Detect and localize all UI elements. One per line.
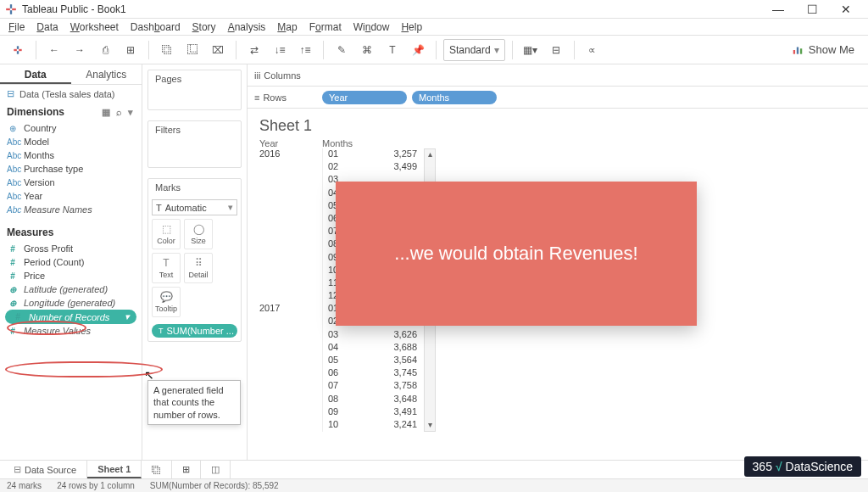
menu-analysis[interactable]: Analysis <box>223 20 271 35</box>
menu-format[interactable]: Format <box>304 20 347 35</box>
svg-rect-2 <box>6 8 10 9</box>
maximize-button[interactable]: ☐ <box>795 3 829 16</box>
menu-story[interactable]: Story <box>187 20 221 35</box>
field-purchase-type[interactable]: AbcPurchase type <box>0 162 142 176</box>
svg-rect-3 <box>12 8 16 9</box>
table-row: 3,241 <box>371 419 422 432</box>
tab-analytics[interactable]: Analytics <box>71 64 142 84</box>
table-row <box>259 213 322 226</box>
menu-help[interactable]: Help <box>396 20 427 35</box>
field-price[interactable]: #Price <box>0 269 142 282</box>
table-row <box>259 406 322 419</box>
table-row: 3,688 <box>371 342 422 355</box>
year-header[interactable]: Year <box>259 138 322 148</box>
fit-dropdown[interactable]: Standard▾ <box>443 39 505 61</box>
menu-worksheet[interactable]: Worksheet <box>65 20 124 35</box>
table-row: 3,491 <box>371 406 422 419</box>
tableau-logo-button[interactable] <box>7 39 29 61</box>
table-row: 01 <box>323 148 371 161</box>
menu-map[interactable]: Map <box>272 20 302 35</box>
pages-header: Pages <box>148 70 241 87</box>
table-row: 03 <box>323 329 371 342</box>
chevron-down-icon: ▾ <box>125 311 130 322</box>
close-button[interactable]: ✕ <box>829 3 863 16</box>
view-icon[interactable]: ▦ <box>102 107 112 117</box>
duplicate-button[interactable]: ⿺ <box>181 39 203 61</box>
save-button[interactable]: ⎙ <box>94 39 116 61</box>
scroll-up-button[interactable]: ▴ <box>425 149 435 160</box>
mark-detail-button[interactable]: ⠿Detail <box>184 253 213 283</box>
row-pill-months[interactable]: Months <box>412 91 497 104</box>
menu-file[interactable]: File <box>3 20 30 35</box>
dimensions-header: Dimensions ▦ ⌕ ▾ <box>0 103 142 120</box>
new-story-tab[interactable]: ◫ <box>201 461 231 478</box>
group-button[interactable]: ⌘ <box>356 39 378 61</box>
row-pill-year[interactable]: Year <box>322 91 407 104</box>
sort-desc-button[interactable]: ↑≡ <box>294 39 316 61</box>
menu-dashboard[interactable]: Dashboard <box>125 20 186 35</box>
new-worksheet-button[interactable]: ⿻ <box>156 39 178 61</box>
filters-shelf[interactable]: Filters <box>147 120 242 168</box>
showme-button[interactable]: Show Me <box>785 43 861 56</box>
pages-shelf[interactable]: Pages <box>147 70 242 110</box>
field-year[interactable]: AbcYear <box>0 189 142 203</box>
pin-button[interactable]: 📌 <box>407 39 429 61</box>
mark-text-button[interactable]: TText <box>152 253 181 283</box>
scroll-down-button[interactable]: ▾ <box>425 420 435 431</box>
clear-button[interactable]: ⌧ <box>207 39 229 61</box>
minimize-button[interactable]: — <box>761 3 795 16</box>
search-icon[interactable]: ⌕ <box>116 107 124 117</box>
columns-icon: iii <box>254 70 260 81</box>
tab-data[interactable]: Data <box>0 64 71 84</box>
field-period-(count)[interactable]: #Period (Count) <box>0 255 142 269</box>
datasource-item[interactable]: ⊟ Data (Tesla sales data) <box>0 85 142 103</box>
redo-button[interactable]: → <box>69 39 91 61</box>
new-worksheet-tab[interactable]: ⿻ <box>142 461 172 478</box>
columns-shelf[interactable]: iiiColumns <box>248 64 868 87</box>
table-row <box>259 380 322 393</box>
sheet-title[interactable]: Sheet 1 <box>248 109 868 138</box>
field-measure-values[interactable]: #Measure Values <box>0 324 142 338</box>
tab-sheet1[interactable]: Sheet 1 <box>87 461 142 478</box>
mark-tooltip-button[interactable]: 💬Tooltip <box>152 287 181 317</box>
field-model[interactable]: AbcModel <box>0 135 142 148</box>
showme-icon <box>792 44 804 56</box>
mark-size-button[interactable]: ◯Size <box>184 219 213 249</box>
mark-color-button[interactable]: ⬚Color <box>152 219 181 249</box>
labels-button[interactable]: T <box>381 39 403 61</box>
marks-text-pill[interactable]: TSUM(Number ... <box>152 324 237 338</box>
rows-shelf[interactable]: ≡Rows YearMonths <box>248 87 868 109</box>
menu-data[interactable]: Data <box>31 20 63 35</box>
detail-icon: ⠿ <box>195 257 203 269</box>
presentation-button[interactable]: ▦▾ <box>520 39 542 61</box>
field-longitude-(generated)[interactable]: ⊕Longitude (generated) <box>0 296 142 310</box>
cards-button[interactable]: ⊟ <box>545 39 567 61</box>
status-sum: SUM(Number of Records): 85,592 <box>150 481 279 490</box>
months-header[interactable]: Months <box>322 138 353 148</box>
statusbar: 24 marks 24 rows by 1 column SUM(Number … <box>0 478 868 492</box>
table-row <box>259 367 322 380</box>
menu-window[interactable]: Window <box>348 20 395 35</box>
new-datasource-button[interactable]: ⊞ <box>120 39 142 61</box>
undo-button[interactable]: ← <box>43 39 65 61</box>
menu-caret-icon[interactable]: ▾ <box>128 107 135 117</box>
field-gross-profit[interactable]: #Gross Profit <box>0 242 142 255</box>
new-dashboard-tab[interactable]: ⊞ <box>172 461 201 478</box>
swap-button[interactable]: ⇄ <box>243 39 265 61</box>
mark-type-dropdown[interactable]: TAutomatic▾ <box>152 199 237 215</box>
tab-datasource[interactable]: ⊟Data Source <box>3 461 87 478</box>
field-number-of-records[interactable]: #Number of Records▾ <box>5 310 136 324</box>
sort-asc-button[interactable]: ↓≡ <box>269 39 291 61</box>
field-type-icon: ⊕ <box>7 124 19 133</box>
table-row <box>259 187 322 200</box>
highlight-button[interactable]: ✎ <box>331 39 353 61</box>
table-row <box>259 277 322 290</box>
field-latitude-(generated)[interactable]: ⊕Latitude (generated) <box>0 282 142 296</box>
table-row <box>259 316 322 328</box>
share-button[interactable]: ∝ <box>581 39 604 61</box>
field-months[interactable]: AbcMonths <box>0 148 142 162</box>
field-country[interactable]: ⊕Country <box>0 121 142 135</box>
field-measure-names[interactable]: AbcMeasure Names <box>0 203 142 216</box>
new-story-icon: ◫ <box>211 464 220 475</box>
field-version[interactable]: AbcVersion <box>0 176 142 189</box>
